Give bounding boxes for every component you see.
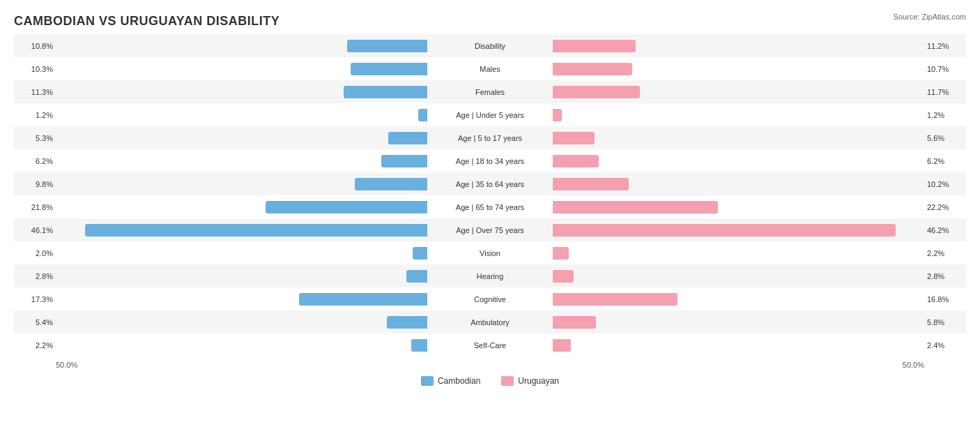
right-bar-container — [553, 63, 924, 75]
row-label: Hearing — [427, 272, 553, 280]
right-bar-container — [553, 86, 924, 98]
right-bar — [553, 109, 562, 121]
chart-row: 6.2% Age | 18 to 34 years 6.2% — [14, 149, 966, 172]
left-bar — [413, 247, 427, 260]
row-inner: 21.8% Age | 65 to 74 years 22.2% — [14, 195, 966, 218]
right-value: 5.6% — [924, 134, 966, 142]
right-value: 11.7% — [924, 88, 966, 96]
left-value: 1.2% — [14, 111, 56, 119]
row-label: Age | Over 75 years — [427, 226, 553, 234]
left-bar — [387, 316, 427, 329]
right-bar-container — [553, 339, 924, 352]
right-value: 22.2% — [924, 203, 966, 211]
row-label: Age | 65 to 74 years — [427, 203, 553, 211]
left-bar — [85, 224, 427, 237]
right-bar — [553, 247, 569, 260]
left-value: 46.1% — [14, 226, 56, 234]
right-bar — [553, 201, 718, 214]
right-bar-container — [553, 293, 924, 306]
chart-row: 10.3% Males 10.7% — [14, 57, 966, 80]
left-bar-container — [56, 293, 427, 306]
left-bar — [388, 132, 427, 144]
left-value: 6.2% — [14, 157, 56, 165]
left-bar-container — [56, 201, 427, 214]
right-bar-container — [553, 247, 924, 260]
chart-row: 2.2% Self-Care 2.4% — [14, 334, 966, 357]
rows-container: 10.8% Disability 11.2% 10.3% Males 10.7%… — [14, 34, 966, 357]
row-label: Self-Care — [427, 341, 553, 350]
legend-uruguayan-label: Uruguayan — [518, 376, 559, 386]
row-inner: 1.2% Age | Under 5 years 1.2% — [14, 103, 966, 126]
chart-row: 2.0% Vision 2.2% — [14, 241, 966, 264]
right-bar — [553, 132, 595, 144]
chart-row: 1.2% Age | Under 5 years 1.2% — [14, 103, 966, 126]
left-bar-container — [56, 86, 427, 98]
row-inner: 2.2% Self-Care 2.4% — [14, 334, 966, 357]
right-value: 5.8% — [924, 318, 966, 327]
left-value: 2.0% — [14, 249, 56, 257]
legend-cambodian-color — [421, 376, 434, 386]
right-value: 6.2% — [924, 157, 966, 165]
right-bar — [553, 224, 896, 237]
legend-uruguayan: Uruguayan — [501, 376, 559, 386]
left-bar-container — [56, 109, 427, 121]
legend-cambodian-label: Cambodian — [438, 376, 480, 386]
right-bar — [553, 293, 677, 306]
row-label: Disability — [427, 42, 553, 50]
row-inner: 9.8% Age | 35 to 64 years 10.2% — [14, 172, 966, 195]
left-value: 2.8% — [14, 272, 56, 280]
right-bar — [553, 155, 599, 167]
left-bar-container — [56, 247, 427, 260]
row-label: Cognitive — [427, 295, 553, 304]
right-bar-container — [553, 109, 924, 121]
x-axis-right: 50.0% — [903, 361, 966, 369]
row-inner: 2.0% Vision 2.2% — [14, 241, 966, 264]
row-label: Females — [427, 88, 553, 96]
row-label: Vision — [427, 249, 553, 257]
right-bar-container — [553, 178, 924, 190]
chart-row: 5.3% Age | 5 to 17 years 5.6% — [14, 126, 966, 149]
row-label: Age | 18 to 34 years — [427, 157, 553, 165]
left-bar — [406, 270, 427, 283]
row-inner: 46.1% Age | Over 75 years 46.2% — [14, 218, 966, 241]
row-label: Age | 35 to 64 years — [427, 180, 553, 188]
left-bar — [344, 86, 427, 98]
left-bar — [299, 293, 427, 306]
right-bar — [553, 316, 596, 329]
right-bar-container — [553, 132, 924, 144]
chart-row: 5.4% Ambulatory 5.8% — [14, 310, 966, 334]
left-bar-container — [56, 178, 427, 190]
source-label: Source: ZipAtlas.com — [893, 13, 966, 21]
left-bar-container — [56, 63, 427, 75]
right-bar — [553, 339, 571, 352]
left-bar — [381, 155, 427, 167]
left-bar — [418, 109, 427, 121]
x-axis-left: 50.0% — [14, 361, 77, 369]
left-bar — [351, 63, 427, 75]
row-inner: 6.2% Age | 18 to 34 years 6.2% — [14, 149, 966, 172]
row-inner: 5.3% Age | 5 to 17 years 5.6% — [14, 126, 966, 149]
chart-row: 21.8% Age | 65 to 74 years 22.2% — [14, 195, 966, 218]
left-bar — [266, 201, 427, 214]
right-bar — [553, 63, 632, 75]
row-label: Age | 5 to 17 years — [427, 134, 553, 142]
left-value: 9.8% — [14, 180, 56, 188]
x-axis: 50.0% 50.0% — [14, 357, 966, 373]
right-bar — [553, 270, 574, 283]
left-bar-container — [56, 40, 427, 52]
legend-cambodian: Cambodian — [421, 376, 480, 386]
left-value: 10.3% — [14, 65, 56, 73]
left-value: 11.3% — [14, 88, 56, 96]
legend: Cambodian Uruguayan — [14, 376, 966, 386]
left-value: 17.3% — [14, 295, 56, 304]
row-label: Males — [427, 65, 553, 73]
left-bar-container — [56, 270, 427, 283]
right-bar-container — [553, 270, 924, 283]
row-inner: 5.4% Ambulatory 5.8% — [14, 310, 966, 334]
right-bar-container — [553, 155, 924, 167]
left-bar-container — [56, 132, 427, 144]
left-value: 21.8% — [14, 203, 56, 211]
row-label: Ambulatory — [427, 318, 553, 327]
row-label: Age | Under 5 years — [427, 111, 553, 119]
right-bar — [553, 178, 629, 190]
